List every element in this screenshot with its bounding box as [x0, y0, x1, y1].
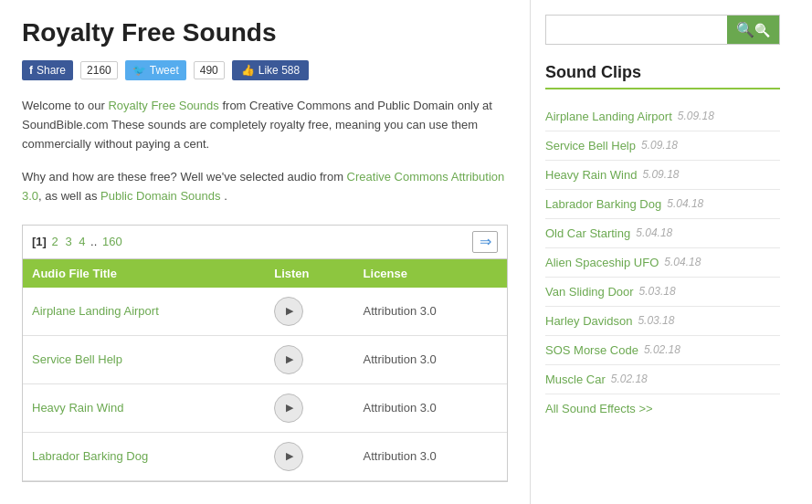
- clip-name-link[interactable]: SOS Morse Code: [545, 343, 638, 357]
- clip-item: Old Car Starting 5.04.18: [545, 219, 780, 248]
- play-button[interactable]: [274, 297, 303, 326]
- page-4-link[interactable]: 4: [79, 235, 85, 248]
- twitter-icon: 🐦: [132, 64, 146, 77]
- clip-date: 5.02.18: [611, 373, 648, 386]
- clip-date: 5.03.18: [639, 285, 676, 299]
- clip-name-link[interactable]: Airplane Landing Airport: [545, 110, 672, 123]
- table-row: Airplane Landing Airport Attribution 3.0: [23, 288, 507, 336]
- search-icon: 🔍: [736, 21, 754, 38]
- audio-title-link[interactable]: Heavy Rain Wind: [32, 401, 123, 415]
- twitter-count: 490: [194, 61, 225, 79]
- col-title-header: Audio File Title: [23, 259, 265, 288]
- royalty-free-sounds-link[interactable]: Royalty Free Sounds: [108, 99, 218, 112]
- sidebar: 🔍 Sound Clips Airplane Landing Airport 5…: [530, 0, 795, 504]
- clip-item: Airplane Landing Airport 5.09.18: [545, 102, 780, 131]
- clip-date: 5.02.18: [644, 343, 680, 357]
- clip-date: 5.04.18: [636, 226, 672, 240]
- audio-title-link[interactable]: Airplane Landing Airport: [32, 304, 159, 318]
- sound-clips-title: Sound Clips: [545, 63, 780, 89]
- clip-item: SOS Morse Code 5.02.18: [545, 336, 780, 365]
- clips-list: Airplane Landing Airport 5.09.18 Service…: [545, 102, 780, 394]
- all-sound-effects-link[interactable]: All Sound Effects >>: [545, 402, 780, 415]
- current-page: [1]: [32, 235, 47, 248]
- clip-date: 5.09.18: [641, 139, 678, 152]
- twitter-tweet-button[interactable]: 🐦 Tweet: [125, 60, 186, 80]
- clip-name-link[interactable]: Heavy Rain Wind: [545, 168, 637, 182]
- audio-table-wrapper: [1] 2 3 4 .. 160 ⇒ Audio File Title List…: [22, 225, 508, 482]
- page-160-link[interactable]: 160: [102, 235, 122, 248]
- table-row: Labrador Barking Dog Attribution 3.0: [23, 432, 507, 480]
- social-bar: f Share 2160 🐦 Tweet 490 👍 Like 588: [22, 60, 508, 80]
- tw-tweet-label: Tweet: [150, 64, 179, 77]
- license-text: Attribution 3.0: [364, 304, 437, 318]
- facebook-count: 2160: [80, 61, 118, 79]
- clip-name-link[interactable]: Old Car Starting: [545, 226, 630, 240]
- clip-item: Muscle Car 5.02.18: [545, 365, 780, 394]
- clip-name-link[interactable]: Service Bell Help: [545, 139, 636, 152]
- page-2-link[interactable]: 2: [52, 235, 58, 248]
- page-3-link[interactable]: 3: [65, 235, 71, 248]
- page-links: [1] 2 3 4 .. 160: [32, 235, 124, 248]
- clip-name-link[interactable]: Alien Spaceship UFO: [545, 256, 659, 269]
- public-domain-link[interactable]: Public Domain Sounds: [100, 189, 221, 203]
- clip-item: Heavy Rain Wind 5.09.18: [545, 161, 780, 190]
- clip-date: 5.09.18: [678, 110, 714, 123]
- clip-item: Van Sliding Door 5.03.18: [545, 278, 780, 307]
- creative-commons-link[interactable]: Creative Commons Attribution 3.0: [22, 170, 504, 203]
- why-paragraph: Why and how are these free? Well we've s…: [22, 168, 508, 206]
- page-ellipsis: ..: [90, 235, 97, 248]
- clip-item: Service Bell Help 5.09.18: [545, 131, 780, 161]
- col-listen-header: Listen: [265, 259, 353, 288]
- clip-item: Labrador Barking Dog 5.04.18: [545, 190, 780, 219]
- license-text: Attribution 3.0: [364, 352, 437, 366]
- clip-item: Harley Davidson 5.03.18: [545, 307, 780, 336]
- license-text: Attribution 3.0: [364, 401, 437, 415]
- table-row: Service Bell Help Attribution 3.0: [23, 335, 507, 383]
- license-text: Attribution 3.0: [364, 449, 437, 463]
- clip-date: 5.04.18: [667, 197, 703, 211]
- facebook-share-button[interactable]: f Share: [22, 60, 73, 80]
- clip-name-link[interactable]: Labrador Barking Dog: [545, 197, 661, 211]
- search-input[interactable]: [546, 17, 727, 42]
- clip-date: 5.04.18: [664, 256, 701, 269]
- audio-title-link[interactable]: Labrador Barking Dog: [32, 449, 148, 463]
- next-page-button[interactable]: ⇒: [472, 231, 498, 253]
- table-nav: [1] 2 3 4 .. 160 ⇒: [23, 226, 507, 259]
- facebook-icon: f: [29, 64, 33, 77]
- thumbs-up-icon: 👍: [241, 64, 255, 77]
- clip-name-link[interactable]: Harley Davidson: [545, 314, 632, 328]
- table-header-row: Audio File Title Listen License: [23, 259, 507, 288]
- search-bar: 🔍: [545, 15, 780, 45]
- play-button[interactable]: [274, 442, 303, 471]
- main-content: Royalty Free Sounds f Share 2160 🐦 Tweet…: [0, 0, 530, 504]
- table-row: Heavy Rain Wind Attribution 3.0: [23, 383, 507, 432]
- play-button[interactable]: [274, 345, 303, 374]
- audio-title-link[interactable]: Service Bell Help: [32, 352, 122, 366]
- play-button[interactable]: [274, 394, 303, 423]
- like-label: Like 588: [258, 64, 300, 77]
- fb-share-label: Share: [37, 64, 66, 77]
- clip-item: Alien Spaceship UFO 5.04.18: [545, 248, 780, 278]
- intro-paragraph: Welcome to our Royalty Free Sounds from …: [22, 97, 508, 153]
- facebook-like-button[interactable]: 👍 Like 588: [232, 60, 309, 80]
- clip-name-link[interactable]: Van Sliding Door: [545, 285, 634, 299]
- col-license-header: License: [354, 259, 507, 288]
- page-title: Royalty Free Sounds: [22, 18, 508, 47]
- clip-date: 5.03.18: [638, 314, 674, 328]
- audio-table: Audio File Title Listen License Airplane…: [23, 259, 507, 481]
- search-button[interactable]: 🔍: [727, 16, 779, 44]
- clip-date: 5.09.18: [642, 168, 679, 182]
- clip-name-link[interactable]: Muscle Car: [545, 373, 606, 386]
